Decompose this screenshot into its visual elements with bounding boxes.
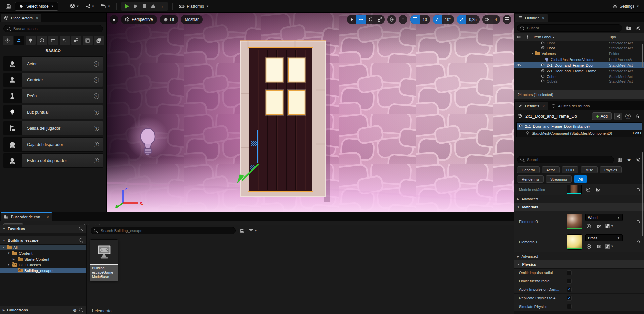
viewport-options-button[interactable]: ≡ <box>110 15 118 24</box>
place-actor-item-pawn[interactable]: Peón ? <box>3 89 103 103</box>
surface-snapping-button[interactable] <box>399 15 407 24</box>
outliner-row[interactable]: 2x1_Door_and_Frame_FrameStaticMeshAct <box>514 68 644 74</box>
category-volumes[interactable] <box>83 36 93 45</box>
filter-icon[interactable]: ▼ <box>249 227 257 234</box>
checkbox[interactable] <box>567 270 572 275</box>
add-component-button[interactable]: +Add <box>592 112 612 120</box>
outliner-row-folder[interactable]: ▼ VolumesFolder <box>514 51 644 56</box>
close-icon[interactable]: × <box>543 104 545 108</box>
help-icon[interactable]: ? <box>94 93 99 99</box>
filter-actor[interactable]: Actor <box>542 166 560 173</box>
settings-dropdown[interactable]: Settings ▼ <box>612 4 639 9</box>
scale-snap-toggle[interactable] <box>457 15 466 24</box>
outliner-search[interactable] <box>517 24 622 32</box>
stop-button[interactable] <box>140 2 149 10</box>
material-select[interactable]: Brass▼ <box>585 234 623 241</box>
search-icon[interactable] <box>79 238 83 243</box>
details-settings-icon[interactable] <box>635 156 641 163</box>
add-collection-icon[interactable]: ⊕ <box>73 308 77 313</box>
move-tool-button[interactable] <box>356 15 366 24</box>
display-options-icon[interactable] <box>616 156 623 163</box>
use-selected-icon[interactable] <box>585 243 592 250</box>
asset-tile-gamemode[interactable]: Building_ escapeGame ModeBase <box>90 239 118 281</box>
place-actor-item-box-trigger[interactable]: Caja del disparador ? <box>3 137 103 152</box>
tab-details[interactable]: Detalles × <box>515 102 548 110</box>
rotate-tool-button[interactable] <box>366 15 375 24</box>
grid-snap-value[interactable]: 10 <box>420 15 430 24</box>
filter-lod[interactable]: LOD <box>562 166 579 173</box>
select-tool-button[interactable] <box>347 15 356 24</box>
rotation-snap-toggle[interactable]: ∠ <box>433 15 442 24</box>
category-cinematic[interactable] <box>48 36 58 45</box>
level-viewport[interactable]: ≡ Perspective Lit Mostrar <box>107 13 514 212</box>
outliner-row[interactable]: Cube2StaticMeshAct <box>514 79 644 83</box>
help-icon[interactable]: ? <box>94 77 99 83</box>
help-icon[interactable]: ? <box>94 142 99 147</box>
filter-streaming[interactable]: Streaming <box>546 175 572 183</box>
camera-speed-button[interactable] <box>482 15 492 24</box>
close-icon[interactable]: × <box>47 215 49 219</box>
browse-to-asset-icon[interactable] <box>595 223 602 229</box>
category-effects[interactable] <box>60 36 70 45</box>
item-label-column[interactable]: Item Label ▲ <box>534 35 555 39</box>
use-selected-icon[interactable] <box>585 186 591 193</box>
project-header[interactable]: ▼ Building_escape <box>0 236 86 245</box>
help-icon[interactable]: ? <box>94 126 99 131</box>
outliner-search-input[interactable] <box>527 26 619 30</box>
scale-snap-value[interactable]: 0,25 <box>466 15 479 24</box>
tab-world-settings[interactable]: Ajustes del mundo <box>548 102 593 110</box>
tree-item-cpp-classes[interactable]: ▼ C++ Classes <box>0 262 86 268</box>
visibility-column-icon[interactable] <box>514 35 523 39</box>
favorites-star-icon[interactable]: ★ <box>626 156 632 163</box>
outliner-settings-icon[interactable] <box>635 25 641 31</box>
collections-bar[interactable]: ▶ Collections ⊕ <box>0 306 86 314</box>
tree-item-startercontent[interactable]: ▶ StarterContent <box>0 256 86 262</box>
texture-options-icon[interactable]: ▼ <box>605 244 614 249</box>
blueprint-convert-button[interactable] <box>614 113 622 120</box>
tree-item-content[interactable]: ▼ Content <box>0 250 86 256</box>
section-materials[interactable]: ▼ Materials <box>514 203 644 211</box>
scale-tool-button[interactable] <box>375 15 385 24</box>
browse-to-asset-icon[interactable] <box>595 243 602 250</box>
tab-content-browser[interactable]: Buscador de con... × <box>1 212 52 221</box>
section-physics[interactable]: ▼ Physics <box>514 260 644 269</box>
help-icon[interactable]: ? <box>94 61 99 67</box>
grid-snap-toggle[interactable] <box>410 15 420 24</box>
outliner-row[interactable]: GlobalPostProcessVolumePostProcessV <box>514 56 644 62</box>
search-input[interactable] <box>13 27 100 31</box>
perspective-dropdown[interactable]: Perspective <box>121 15 157 24</box>
browse-to-asset-icon[interactable] <box>594 186 601 193</box>
close-icon[interactable]: × <box>542 16 544 20</box>
category-recent[interactable] <box>3 36 13 45</box>
checkbox-checked[interactable] <box>567 296 572 301</box>
save-level-icon[interactable] <box>5 3 11 10</box>
category-basic[interactable] <box>14 36 24 45</box>
component-row-instance[interactable]: 2x1_Door_and_Frame_Door (Instance) <box>517 123 642 130</box>
material-select[interactable]: Wood▼ <box>585 214 623 221</box>
edit-blueprint-link[interactable]: Edit i <box>633 131 641 135</box>
help-icon[interactable]: ? <box>625 114 631 119</box>
play-options-button[interactable]: ⋮ <box>158 2 166 10</box>
reset-icon[interactable] <box>636 220 640 224</box>
filter-misc[interactable]: Misc <box>581 166 598 173</box>
play-button[interactable] <box>123 2 131 10</box>
filter-all[interactable]: All <box>574 175 587 183</box>
filter-physics[interactable]: Physics <box>600 166 622 173</box>
frame-skip-button[interactable] <box>131 2 140 10</box>
new-folder-icon[interactable] <box>625 25 632 31</box>
texture-options-icon[interactable]: ▼ <box>605 224 614 228</box>
tree-item-all[interactable]: ▼ All <box>0 245 86 250</box>
help-icon[interactable]: ? <box>94 158 99 163</box>
camera-speed-value[interactable]: 4 <box>492 15 500 24</box>
lock-icon[interactable] <box>633 113 641 120</box>
section-advanced-1[interactable]: ▶ Advanced <box>514 195 644 203</box>
type-column-label[interactable]: Tipo <box>609 35 616 39</box>
checkbox-checked[interactable] <box>567 287 572 292</box>
outliner-row-selected[interactable]: 2x1_Door_and_Frame_DoorStaticMeshAct <box>514 62 644 68</box>
pin-column-icon[interactable] <box>523 35 532 39</box>
filter-general[interactable]: General <box>517 166 540 173</box>
blueprints-dropdown[interactable]: ▼ <box>84 4 96 9</box>
favorites-header[interactable]: ▼ Favorites <box>0 225 86 233</box>
cinematics-dropdown[interactable]: ▼ <box>99 3 112 9</box>
show-dropdown[interactable]: Mostrar <box>181 15 203 24</box>
